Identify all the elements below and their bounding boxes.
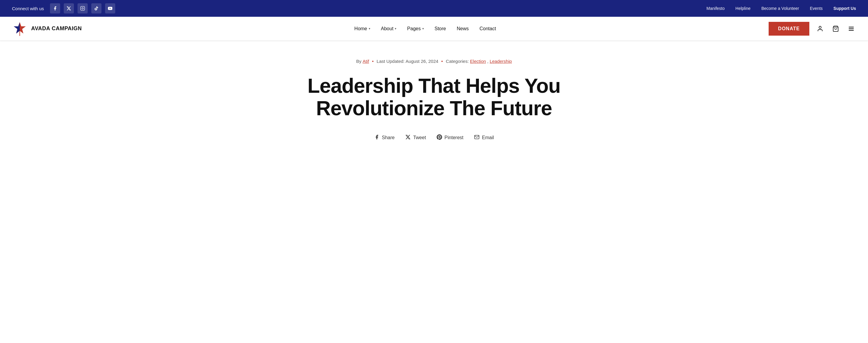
svg-rect-0: [81, 6, 84, 10]
email-share-icon: [474, 134, 479, 141]
logo[interactable]: AVADA CAMPAIGN: [12, 21, 82, 36]
main-nav: AVADA CAMPAIGN Home ▾ About ▾ Pages ▾ St…: [0, 17, 868, 41]
home-chevron-icon: ▾: [369, 27, 370, 30]
top-bar-right: Manifesto Helpline Become a Volunteer Ev…: [706, 6, 856, 11]
nav-news[interactable]: News: [457, 24, 469, 34]
post-meta: By Atif • Last Updated: August 26, 2024 …: [305, 59, 563, 64]
instagram-icon[interactable]: [78, 3, 88, 13]
menu-icon[interactable]: [846, 24, 856, 33]
top-bar: Connect with us Manifesto Helpline Becom…: [0, 0, 868, 17]
share-twitter-label: Tweet: [413, 135, 426, 141]
volunteer-link[interactable]: Become a Volunteer: [762, 6, 799, 11]
share-pinterest-label: Pinterest: [444, 135, 463, 141]
donate-button[interactable]: DONATE: [769, 22, 809, 36]
bag-icon[interactable]: [831, 24, 840, 33]
svg-point-6: [819, 26, 821, 28]
nav-contact[interactable]: Contact: [479, 24, 496, 34]
facebook-icon[interactable]: [50, 3, 60, 13]
share-facebook[interactable]: Share: [374, 134, 395, 141]
main-content: By Atif • Last Updated: August 26, 2024 …: [299, 41, 569, 165]
user-icon[interactable]: [815, 24, 825, 33]
nav-pages[interactable]: Pages ▾: [407, 24, 424, 34]
nav-about[interactable]: About ▾: [381, 24, 397, 34]
nav-links: Home ▾ About ▾ Pages ▾ Store News Contac…: [354, 24, 496, 34]
share-facebook-label: Share: [382, 135, 395, 141]
dot-separator-2: •: [441, 59, 443, 64]
dot-separator-1: •: [372, 59, 374, 64]
pages-chevron-icon: ▾: [422, 27, 424, 30]
about-chevron-icon: ▾: [395, 27, 396, 30]
category-leadership-link[interactable]: Leadership: [490, 59, 512, 64]
helpline-link[interactable]: Helpline: [735, 6, 751, 11]
connect-text: Connect with us: [12, 6, 44, 11]
top-bar-left: Connect with us: [12, 3, 115, 13]
logo-text: AVADA CAMPAIGN: [31, 26, 82, 32]
events-link[interactable]: Events: [810, 6, 823, 11]
tiktok-icon[interactable]: [91, 3, 101, 13]
x-share-icon: [405, 134, 411, 141]
manifesto-link[interactable]: Manifesto: [706, 6, 725, 11]
support-us-link[interactable]: Support Us: [834, 6, 856, 11]
x-twitter-icon[interactable]: [64, 3, 74, 13]
nav-home[interactable]: Home ▾: [354, 24, 370, 34]
share-twitter[interactable]: Tweet: [405, 134, 426, 141]
share-email[interactable]: Email: [474, 134, 494, 141]
share-pinterest[interactable]: Pinterest: [437, 134, 463, 141]
nav-right: DONATE: [769, 22, 856, 36]
pinterest-share-icon: [437, 134, 442, 141]
categories-label: Categories:: [446, 59, 469, 64]
share-email-label: Email: [482, 135, 494, 141]
facebook-share-icon: [374, 134, 379, 141]
category-election-link[interactable]: Election: [470, 59, 486, 64]
youtube-icon[interactable]: [105, 3, 115, 13]
share-bar: Share Tweet Pinterest Email: [305, 134, 563, 141]
post-title: Leadership That Helps You Revolutionize …: [305, 74, 563, 119]
category-comma: ,: [487, 59, 489, 64]
author-link[interactable]: Atif: [363, 59, 369, 64]
by-label: By: [356, 59, 362, 64]
nav-store[interactable]: Store: [435, 24, 446, 34]
logo-icon: [12, 21, 28, 36]
date-label: Last Updated: August 26, 2024: [376, 59, 438, 64]
